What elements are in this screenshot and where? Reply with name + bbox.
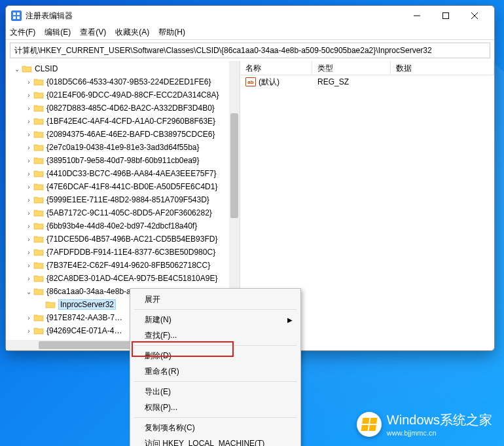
- tree-item[interactable]: ›{4410DC33-BC7C-496B-AA84-4AEA3EEE75F7}: [6, 167, 240, 180]
- menu-edit[interactable]: 编辑(E): [45, 27, 71, 38]
- tree-item-label: {71DCE5D6-4B57-496B-AC21-CD5B54EB93FD}: [46, 234, 217, 244]
- column-name[interactable]: 名称: [240, 61, 312, 75]
- folder-icon: [22, 64, 32, 73]
- folder-icon: [33, 326, 44, 335]
- ctx-expand[interactable]: 展开: [132, 291, 299, 307]
- expander-icon[interactable]: ›: [24, 275, 33, 282]
- folder-icon: [33, 248, 44, 257]
- tree-item[interactable]: ⌄CLSID: [6, 62, 240, 75]
- menu-view[interactable]: 查看(V): [80, 27, 106, 38]
- tree-item-label: {389510b7-9e58-40d7-98bf-60b911cb0ea9}: [46, 156, 200, 165]
- window-title: 注册表编辑器: [26, 10, 399, 22]
- folder-icon: [33, 234, 44, 244]
- expander-icon[interactable]: ›: [24, 236, 33, 243]
- expander-icon[interactable]: ›: [24, 249, 33, 256]
- expander-icon[interactable]: ›: [24, 170, 33, 177]
- column-type[interactable]: 类型: [312, 61, 391, 75]
- expander-icon[interactable]: ›: [24, 92, 33, 99]
- ctx-new[interactable]: 新建(N)▶: [132, 312, 299, 327]
- folder-icon: [33, 156, 44, 165]
- expander-icon[interactable]: ›: [24, 131, 33, 138]
- tree-item[interactable]: ›{7AFDFDDB-F914-11E4-8377-6C3BE50D980C}: [6, 246, 240, 259]
- value-name: (默认): [259, 77, 279, 88]
- folder-icon: [33, 77, 44, 86]
- expander-icon[interactable]: ⌄: [12, 65, 22, 73]
- menu-help[interactable]: 帮助(H): [158, 27, 185, 38]
- expander-icon[interactable]: ›: [24, 183, 33, 191]
- close-button[interactable]: [460, 7, 489, 25]
- tree-item[interactable]: ›{2e7c0a19-0438-41e9-81e3-3ad3d64f55ba}: [6, 141, 240, 154]
- tree-item[interactable]: ›{5999E1EE-711E-48D2-9884-851A709F543D}: [6, 193, 240, 206]
- tree-item[interactable]: ›{71DCE5D6-4B57-496B-AC21-CD5B54EB93FD}: [6, 232, 240, 246]
- maximize-button[interactable]: [431, 7, 460, 25]
- svg-rect-4: [17, 16, 20, 19]
- expander-icon[interactable]: ›: [24, 196, 33, 204]
- watermark-title: Windows系统之家: [387, 411, 492, 429]
- svg-rect-1: [13, 12, 16, 15]
- tree-item-label: {5999E1EE-711E-48D2-9884-851A709F543D}: [46, 195, 209, 204]
- context-menu: 展开 新建(N)▶ 查找(F)... 删除(D) 重命名(R) 导出(E) 权限…: [130, 288, 301, 446]
- chevron-right-icon: ▶: [287, 316, 293, 324]
- tree-item[interactable]: ›{0827D883-485C-4D62-BA2C-A332DBF3D4B0}: [6, 102, 240, 115]
- folder-icon: [33, 195, 44, 204]
- tree-item[interactable]: ›{5AB7172C-9C11-405C-8DD5-AF20F3606282}: [6, 206, 240, 219]
- expander-icon[interactable]: ›: [24, 105, 33, 112]
- expander-icon[interactable]: ›: [24, 223, 33, 230]
- svg-rect-6: [443, 13, 449, 19]
- tree-item-label: {47E6DCAF-41F8-441C-BD0E-A50D5FE6C4D1}: [46, 182, 217, 191]
- expander-icon[interactable]: ›: [24, 79, 33, 86]
- tree-item[interactable]: ›{7B37E4E2-C62F-4914-9620-8FB5062718CC}: [6, 259, 240, 272]
- list-row[interactable]: ab (默认) REG_SZ: [240, 75, 494, 88]
- expander-icon[interactable]: ›: [24, 314, 33, 322]
- tree-item[interactable]: ›{82CA8DE3-01AD-4CEA-9D75-BE4C51810A9E}: [6, 272, 240, 285]
- tree-item-label: {20894375-46AE-46E2-BAFD-CB38975CDCE6}: [46, 130, 215, 139]
- menu-file[interactable]: 文件(F): [10, 27, 35, 38]
- folder-icon: [33, 130, 44, 139]
- menu-favorites[interactable]: 收藏夹(A): [115, 27, 149, 38]
- tree-item-label: {94269C4E-071A-4…: [46, 326, 122, 335]
- tree-item-label: InprocServer32: [58, 299, 116, 310]
- folder-icon: [33, 287, 44, 296]
- column-data[interactable]: 数据: [391, 61, 494, 75]
- tree-item-label: {2e7c0a19-0438-41e9-81e3-3ad3d64f55ba}: [46, 143, 200, 152]
- tree-item-label: {7B37E4E2-C62F-4914-9620-8FB5062718CC}: [46, 261, 210, 270]
- ctx-goto-hklm[interactable]: 访问 HKEY_LOCAL_MACHINE(T): [132, 436, 299, 446]
- expander-icon[interactable]: ›: [24, 144, 33, 151]
- tree-item[interactable]: ›{018D5C66-4533-4307-9B53-224DE2ED1FE6}: [6, 75, 240, 88]
- folder-icon: [33, 103, 44, 113]
- ctx-copy-key-name[interactable]: 复制项名称(C): [132, 420, 299, 436]
- ctx-rename[interactable]: 重命名(R): [132, 363, 299, 379]
- expander-icon[interactable]: ›: [24, 157, 33, 164]
- tree-item-label: {6bb93b4e-44d8-40e2-bd97-42dbcf18a40f}: [46, 221, 197, 231]
- scroll-thumb[interactable]: [230, 113, 238, 218]
- titlebar[interactable]: 注册表编辑器: [6, 6, 494, 26]
- tree-item[interactable]: ›{6bb93b4e-44d8-40e2-bd97-42dbcf18a40f}: [6, 219, 240, 232]
- svg-rect-3: [13, 16, 16, 19]
- regedit-icon: [11, 10, 22, 21]
- watermark: Windows系统之家 www.bjjmmc.cn: [357, 411, 492, 437]
- minimize-button[interactable]: [403, 7, 431, 25]
- folder-icon: [33, 182, 44, 191]
- expander-icon[interactable]: ›: [24, 262, 33, 269]
- folder-icon: [33, 117, 44, 126]
- ctx-permissions[interactable]: 权限(P)...: [132, 400, 299, 415]
- tree-item-label: {4410DC33-BC7C-496B-AA84-4AEA3EEE75F7}: [46, 169, 217, 178]
- address-bar[interactable]: 计算机\HKEY_CURRENT_USER\Software\Classes\C…: [10, 43, 490, 58]
- folder-icon: [33, 221, 44, 231]
- tree-item[interactable]: ›{021E4F06-9DCC-49AD-88CF-ECC2DA314C8A}: [6, 88, 240, 102]
- tree-item[interactable]: ›{20894375-46AE-46E2-BAFD-CB38975CDCE6}: [6, 128, 240, 141]
- expander-icon[interactable]: ›: [24, 210, 33, 217]
- tree-item[interactable]: ›{389510b7-9e58-40d7-98bf-60b911cb0ea9}: [6, 154, 240, 167]
- tree-item[interactable]: ›{1BF42E4C-4AF4-4CFD-A1A0-CF2960B8F63E}: [6, 115, 240, 128]
- tree-item[interactable]: ›{47E6DCAF-41F8-441C-BD0E-A50D5FE6C4D1}: [6, 180, 240, 193]
- watermark-url: www.bjjmmc.cn: [387, 429, 492, 437]
- tree-item-label: {018D5C66-4533-4307-9B53-224DE2ED1FE6}: [46, 77, 211, 86]
- string-value-icon: ab: [245, 77, 256, 86]
- expander-icon[interactable]: ›: [24, 118, 33, 125]
- expander-icon[interactable]: ›: [24, 327, 33, 335]
- ctx-export[interactable]: 导出(E): [132, 384, 299, 400]
- tree-item-label: {917E8742-AA3B-7…: [46, 313, 122, 322]
- folder-icon: [33, 90, 44, 100]
- expander-icon[interactable]: ⌄: [24, 288, 33, 295]
- tree-item-label: {7AFDFDDB-F914-11E4-8377-6C3BE50D980C}: [46, 248, 215, 257]
